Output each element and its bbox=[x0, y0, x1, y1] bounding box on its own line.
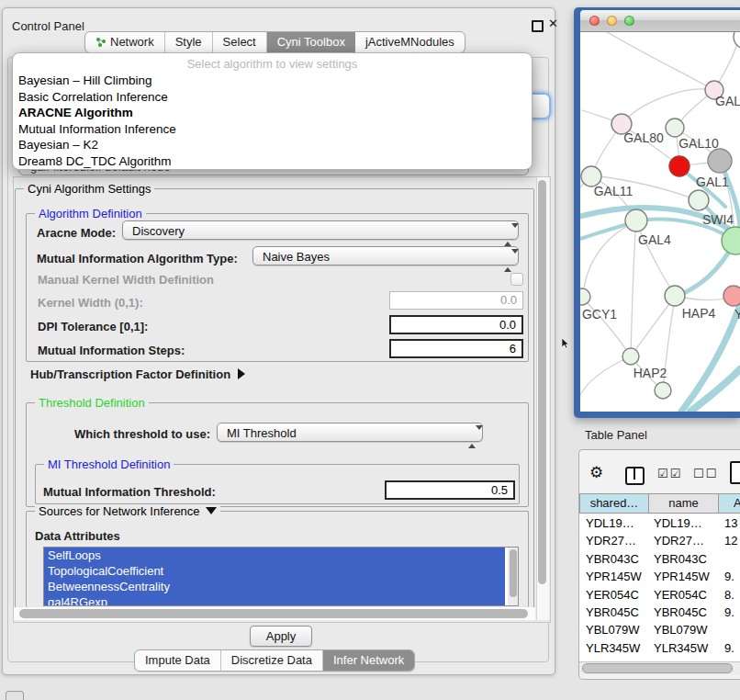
tab-select[interactable]: Select bbox=[213, 32, 267, 52]
network-node[interactable] bbox=[689, 190, 709, 210]
network-node[interactable] bbox=[708, 149, 732, 173]
table-cell[interactable] bbox=[719, 550, 740, 568]
network-node[interactable] bbox=[655, 382, 671, 399]
minimize-traffic-light[interactable] bbox=[607, 16, 617, 26]
algorithm-option-bayesian-k2[interactable]: Bayesian – K2 bbox=[13, 137, 532, 153]
table-cell[interactable]: YDL19… bbox=[579, 514, 649, 532]
close-icon[interactable]: ✕ bbox=[548, 17, 558, 30]
attribute-item-selfloops[interactable]: SelfLoops bbox=[44, 548, 505, 563]
taskbar-partial-icon[interactable] bbox=[6, 691, 24, 700]
attribute-item-gal4rgexp[interactable]: gal4RGexp bbox=[44, 594, 505, 606]
table-cell[interactable]: YDR27… bbox=[649, 532, 719, 549]
network-edge[interactable] bbox=[580, 356, 631, 395]
gear-icon[interactable]: ⚙ bbox=[589, 463, 603, 481]
network-node[interactable] bbox=[722, 227, 740, 254]
table-cell[interactable]: YBL079W bbox=[579, 621, 649, 638]
mi-algorithm-type-combo[interactable]: Naive Bayes bbox=[252, 246, 519, 265]
table-cell[interactable]: 13 bbox=[719, 514, 740, 532]
list-vertical-scrollbar[interactable] bbox=[508, 548, 518, 605]
network-edge[interactable] bbox=[631, 231, 635, 356]
table-row[interactable]: YDR27…YDR27…12 bbox=[579, 532, 740, 549]
hub-section-toggle[interactable]: Hub/Transcription Factor Definition bbox=[30, 367, 245, 381]
close-traffic-light[interactable] bbox=[589, 16, 600, 26]
table-row[interactable]: YDL19…YDL19…13 bbox=[579, 514, 740, 532]
table-cell[interactable]: YBR045C bbox=[579, 604, 649, 621]
mi-threshold-field[interactable]: 0.5 bbox=[385, 480, 515, 500]
sources-group-title[interactable]: Sources for Network Inference bbox=[35, 504, 220, 518]
table-cell[interactable]: YPR145W bbox=[649, 568, 719, 585]
network-node[interactable] bbox=[723, 286, 740, 306]
stepper-icon bbox=[504, 251, 511, 263]
table-cell[interactable]: YER054C bbox=[579, 586, 649, 604]
aracne-mode-combo[interactable]: Discovery bbox=[122, 220, 519, 240]
document-icon[interactable] bbox=[730, 461, 740, 484]
tab-discretize-data[interactable]: Discretize Data bbox=[221, 650, 323, 671]
network-node[interactable] bbox=[665, 286, 685, 306]
table-cell[interactable]: 12 bbox=[719, 532, 740, 549]
table-row[interactable]: YLR345WYLR345W9. bbox=[579, 639, 740, 657]
dpi-tolerance-label: DPI Tolerance [0,1]: bbox=[38, 320, 148, 333]
settings-horizontal-scrollbar-thumb[interactable] bbox=[19, 609, 528, 618]
manual-kernel-checkbox[interactable] bbox=[510, 273, 523, 286]
dpi-tolerance-field[interactable]: 0.0 bbox=[389, 315, 523, 334]
table-row[interactable]: YBL079WYBL079W bbox=[579, 621, 740, 638]
dropdown-items: Bayesian – Hill ClimbingBasic Correlatio… bbox=[13, 73, 532, 169]
table-cell[interactable]: YBL079W bbox=[649, 621, 719, 638]
network-node[interactable] bbox=[625, 209, 647, 231]
table-cell[interactable]: YPR145W bbox=[579, 568, 649, 585]
table-horizontal-scrollbar-thumb[interactable] bbox=[582, 663, 733, 673]
network-edge[interactable] bbox=[622, 89, 714, 124]
data-attributes-list[interactable]: SelfLoopsTopologicalCoefficientBetweenne… bbox=[43, 547, 519, 606]
table-cell[interactable]: 8. bbox=[719, 586, 740, 604]
kernel-width-field[interactable]: 0.0 bbox=[389, 291, 523, 310]
float-window-icon[interactable] bbox=[532, 20, 544, 32]
attribute-item-topologicalcoefficient[interactable]: TopologicalCoefficient bbox=[44, 563, 505, 579]
table-cell[interactable]: YBR043C bbox=[649, 550, 719, 568]
network-edge[interactable] bbox=[606, 32, 714, 90]
mi-steps-field[interactable]: 6 bbox=[389, 339, 523, 358]
table-cell[interactable]: YLR345W bbox=[649, 639, 719, 657]
column-header-shared[interactable]: shared… bbox=[579, 493, 649, 514]
network-node[interactable] bbox=[622, 348, 639, 365]
table-cell[interactable] bbox=[719, 621, 740, 638]
algorithm-option-aracne-algorithm[interactable]: ARACNE Algorithm bbox=[13, 105, 532, 121]
network-node[interactable] bbox=[666, 119, 684, 137]
select-all-checkboxes-icon[interactable]: ☑☑ bbox=[657, 467, 682, 480]
table-cell[interactable]: YER054C bbox=[649, 586, 719, 604]
algorithm-option-mutual-information-inference[interactable]: Mutual Information Inference bbox=[13, 121, 532, 138]
zoom-traffic-light[interactable] bbox=[624, 16, 634, 26]
table-row[interactable]: YER054CYER054C8. bbox=[579, 586, 740, 604]
apply-button[interactable]: Apply bbox=[250, 626, 312, 647]
network-edge[interactable] bbox=[583, 221, 636, 296]
which-threshold-combo[interactable]: MI Threshold bbox=[217, 423, 483, 442]
table-cell[interactable]: YDL19… bbox=[649, 514, 719, 532]
tab-style[interactable]: Style bbox=[165, 32, 213, 52]
column-header-name[interactable]: name bbox=[649, 493, 719, 514]
settings-vertical-scrollbar-thumb[interactable] bbox=[538, 180, 546, 584]
attribute-item-betweennesscentrality[interactable]: BetweennessCentrality bbox=[44, 579, 505, 594]
tab-cyni-toolbox[interactable]: Cyni Toolbox bbox=[267, 32, 355, 52]
network-node[interactable] bbox=[580, 288, 590, 305]
column-header-a[interactable]: A bbox=[719, 493, 740, 514]
network-node[interactable] bbox=[669, 156, 690, 176]
network-canvas[interactable]: GALGAL80GAL10GAL1GAL11SWI4GAL4GCY1HAP4YH… bbox=[580, 32, 740, 412]
algorithm-option-dream8-dc-tdc-algorithm[interactable]: Dream8 DC_TDC Algorithm bbox=[13, 153, 532, 170]
deselect-all-checkboxes-icon[interactable]: ☐☐ bbox=[693, 467, 718, 480]
tab-infer-network[interactable]: Infer Network bbox=[323, 650, 414, 671]
table-cell[interactable]: YDR27… bbox=[579, 532, 649, 549]
table-cell[interactable]: YLR345W bbox=[579, 639, 649, 657]
table-row[interactable]: YBR045CYBR045C9. bbox=[579, 604, 740, 621]
table-row[interactable]: YPR145WYPR145W9. bbox=[579, 568, 740, 585]
tab-network[interactable]: Network bbox=[85, 32, 165, 52]
table-cell[interactable]: 9. bbox=[719, 604, 740, 621]
table-cell[interactable]: 9. bbox=[719, 568, 740, 585]
table-row[interactable]: YBR043CYBR043C bbox=[579, 550, 740, 568]
table-cell[interactable]: YBR045C bbox=[649, 604, 719, 621]
algorithm-option-basic-correlation-inference[interactable]: Basic Correlation Inference bbox=[13, 89, 532, 106]
columns-icon[interactable] bbox=[625, 467, 645, 485]
table-cell[interactable]: 9. bbox=[719, 639, 740, 657]
tab-jactivemnodules[interactable]: jActiveMNodules bbox=[355, 32, 465, 52]
table-cell[interactable]: YBR043C bbox=[579, 550, 649, 568]
tab-impute-data[interactable]: Impute Data bbox=[135, 650, 221, 671]
algorithm-option-bayesian-hill-climbing[interactable]: Bayesian – Hill Climbing bbox=[13, 73, 532, 89]
